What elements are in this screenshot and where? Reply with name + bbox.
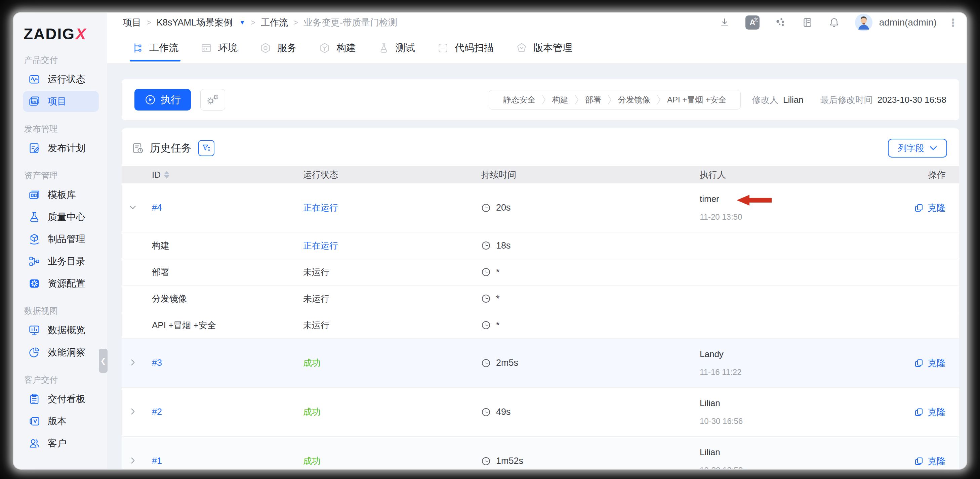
svg-text:PM: PM bbox=[31, 101, 36, 105]
task-executor: timer 11-20 13:50 bbox=[700, 194, 855, 222]
task-id-link[interactable]: #2 bbox=[152, 407, 303, 417]
test-flask-icon bbox=[378, 42, 390, 54]
expand-row-icon[interactable] bbox=[128, 358, 137, 367]
sidebar-item-business-catalog[interactable]: 业务目录 bbox=[23, 251, 99, 272]
task-id-link[interactable]: #1 bbox=[152, 456, 303, 466]
sidebar-item-resource-config[interactable]: 资源配置 bbox=[23, 273, 99, 294]
clone-button[interactable]: 克隆 bbox=[915, 357, 946, 369]
sidebar-item-run-status[interactable]: 运行状态 bbox=[23, 69, 99, 90]
sidebar-item-label: 发布计划 bbox=[48, 142, 85, 154]
breadcrumb-project-name[interactable]: K8sYAML场景案例 bbox=[157, 16, 232, 29]
sidebar-item-data-overview[interactable]: 数据概览 bbox=[23, 320, 99, 341]
tab-services[interactable]: 服务 bbox=[260, 32, 297, 63]
copy-icon bbox=[915, 359, 924, 368]
tab-code-scan[interactable]: 代码扫描 bbox=[437, 32, 494, 63]
history-subrow-build: 构建 正在运行 18s bbox=[122, 232, 959, 259]
language-toggle-icon[interactable]: A文 bbox=[745, 16, 759, 30]
task-id-link[interactable]: #4 bbox=[152, 203, 303, 213]
sidebar-item-label: 运行状态 bbox=[48, 73, 85, 86]
header-id[interactable]: ID bbox=[152, 170, 303, 180]
breadcrumb: 项目 > K8sYAML场景案例 ▼ > 工作流 > 业务变更-带质量门检测 bbox=[123, 16, 397, 29]
history-row-1[interactable]: #1 成功 1m52s Lilian 10-30 13:58 bbox=[122, 437, 959, 469]
breadcrumb-separator: > bbox=[146, 18, 151, 27]
history-table-body: #4 正在运行 20s timer 11-20 13:50 bbox=[122, 183, 959, 469]
task-id-link[interactable]: #3 bbox=[152, 358, 303, 368]
sidebar-item-insight[interactable]: 效能洞察 bbox=[23, 342, 99, 363]
docs-book-icon[interactable] bbox=[801, 16, 813, 29]
history-row-4[interactable]: #4 正在运行 20s timer 11-20 13:50 bbox=[122, 183, 959, 232]
breadcrumb-workflows[interactable]: 工作流 bbox=[261, 16, 288, 29]
sidebar-group-product-delivery: 产品交付 bbox=[24, 54, 99, 65]
column-fields-button[interactable]: 列字段 bbox=[888, 139, 947, 157]
more-menu-icon[interactable]: ••• bbox=[951, 18, 955, 27]
task-executor: Lilian 10-30 16:56 bbox=[700, 398, 855, 426]
clipboard-icon bbox=[28, 393, 40, 405]
stage-api-smoke-security: API +冒烟 +安全 bbox=[661, 94, 732, 105]
stage-distribute-image: 分发镜像 bbox=[612, 94, 656, 105]
breadcrumb-projects[interactable]: 项目 bbox=[123, 16, 141, 29]
tab-workflows[interactable]: 工作流 bbox=[132, 32, 178, 63]
clock-icon bbox=[481, 358, 491, 368]
workflow-summary: 静态安全 构建 部署 分发镜像 API +冒烟 +安全 修改人 Lilian bbox=[488, 90, 947, 109]
project-dropdown-caret-icon[interactable]: ▼ bbox=[239, 19, 245, 26]
sidebar-item-release-plan[interactable]: 发布计划 bbox=[23, 138, 99, 159]
expand-row-icon[interactable] bbox=[128, 407, 137, 416]
history-subrow-distribute: 分发镜像 未运行 * bbox=[122, 285, 959, 312]
plugin-hub-icon[interactable] bbox=[774, 16, 786, 29]
app-window: ZADIGX 产品交付 运行状态 PM 项目 发布管理 发布计划 资产管理 模板… bbox=[13, 13, 967, 469]
artifact-box-icon bbox=[28, 233, 40, 245]
stage-build: 构建 bbox=[546, 94, 574, 105]
tab-builds[interactable]: 构建 bbox=[319, 32, 356, 63]
download-icon[interactable] bbox=[719, 16, 731, 29]
username-label[interactable]: admin(admin) bbox=[879, 17, 937, 28]
tab-version-mgmt[interactable]: 版本管理 bbox=[516, 32, 572, 63]
stage-separator-icon bbox=[574, 95, 579, 105]
sidebar-item-artifact-mgmt[interactable]: 制品管理 bbox=[23, 229, 99, 250]
tab-tests[interactable]: 测试 bbox=[378, 32, 415, 63]
tab-environments[interactable]: 环境 bbox=[200, 32, 238, 63]
task-duration: 1m52s bbox=[481, 456, 700, 466]
clone-button[interactable]: 克隆 bbox=[915, 202, 946, 214]
flask-icon bbox=[28, 211, 40, 223]
user-avatar[interactable] bbox=[855, 14, 872, 31]
sidebar-item-template-library[interactable]: 模板库 bbox=[23, 184, 99, 205]
sidebar-item-projects[interactable]: PM 项目 bbox=[23, 91, 99, 112]
history-row-2[interactable]: #2 成功 49s Lilian 10-30 16:56 bbox=[122, 388, 959, 437]
expand-row-icon[interactable] bbox=[128, 456, 137, 465]
clone-button[interactable]: 克隆 bbox=[915, 406, 946, 418]
breadcrumb-current-workflow: 业务变更-带质量门检测 bbox=[304, 16, 397, 29]
history-subrow-api-smoke-security: API +冒烟 +安全 未运行 * bbox=[122, 312, 959, 339]
clock-icon bbox=[481, 457, 491, 466]
breadcrumb-separator: > bbox=[251, 18, 255, 27]
stage-static-security: 静态安全 bbox=[497, 94, 541, 105]
sidebar-item-customers[interactable]: 客户 bbox=[23, 433, 99, 454]
pipeline-stages: 静态安全 构建 部署 分发镜像 API +冒烟 +安全 bbox=[488, 90, 741, 109]
clock-icon bbox=[481, 267, 491, 277]
sidebar-item-label: 模板库 bbox=[48, 189, 76, 201]
execute-button[interactable]: 执行 bbox=[134, 89, 191, 111]
history-doc-clock-icon bbox=[132, 142, 144, 154]
history-title: 历史任务 bbox=[150, 141, 192, 155]
sidebar: ZADIGX 产品交付 运行状态 PM 项目 发布管理 发布计划 资产管理 模板… bbox=[13, 13, 107, 469]
clone-button[interactable]: 克隆 bbox=[915, 455, 946, 467]
modified-time-label: 最后修改时间 bbox=[820, 94, 873, 106]
sidebar-item-quality-center[interactable]: 质量中心 bbox=[23, 206, 99, 227]
collapse-row-icon[interactable] bbox=[128, 203, 137, 212]
sidebar-item-label: 质量中心 bbox=[48, 211, 85, 224]
env-terminal-icon bbox=[200, 42, 212, 54]
zadigx-logo: ZADIGX bbox=[24, 25, 99, 43]
sidebar-collapse-handle[interactable]: ❮ bbox=[99, 349, 108, 373]
history-header: 历史任务 列字段 bbox=[122, 136, 959, 160]
history-row-3[interactable]: #3 成功 2m5s Landy 11-16 11:22 bbox=[122, 339, 959, 388]
sidebar-item-delivery-board[interactable]: 交付看板 bbox=[23, 389, 99, 409]
sidebar-group-customer-delivery: 客户交付 bbox=[24, 374, 99, 385]
notification-bell-icon[interactable] bbox=[828, 16, 840, 29]
topbar-actions: A文 admin(admin) ••• bbox=[719, 14, 955, 31]
stage-deploy: 部署 bbox=[579, 94, 607, 105]
sidebar-item-version[interactable]: 版本 bbox=[23, 411, 99, 431]
filter-button[interactable] bbox=[198, 140, 215, 156]
monitor-pulse-icon bbox=[28, 73, 40, 85]
header-executor: 执行人 bbox=[700, 169, 855, 181]
sort-icon[interactable] bbox=[164, 171, 169, 179]
workflow-settings-button[interactable] bbox=[200, 89, 225, 111]
